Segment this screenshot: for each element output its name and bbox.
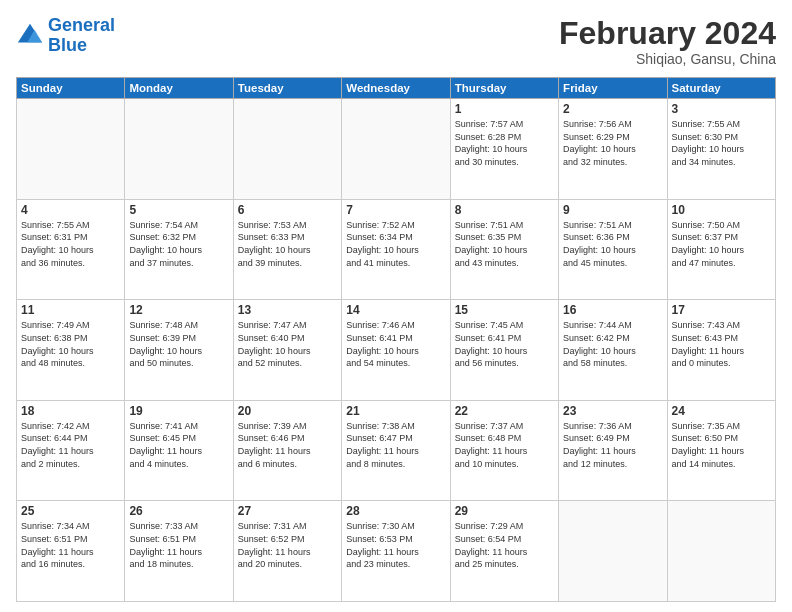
day-number: 25 — [21, 504, 120, 518]
calendar-cell — [233, 99, 341, 200]
day-info: Sunrise: 7:47 AM Sunset: 6:40 PM Dayligh… — [238, 319, 337, 369]
calendar-cell: 9Sunrise: 7:51 AM Sunset: 6:36 PM Daylig… — [559, 199, 667, 300]
day-info: Sunrise: 7:53 AM Sunset: 6:33 PM Dayligh… — [238, 219, 337, 269]
day-info: Sunrise: 7:50 AM Sunset: 6:37 PM Dayligh… — [672, 219, 771, 269]
calendar-cell — [667, 501, 775, 602]
day-info: Sunrise: 7:54 AM Sunset: 6:32 PM Dayligh… — [129, 219, 228, 269]
day-info: Sunrise: 7:49 AM Sunset: 6:38 PM Dayligh… — [21, 319, 120, 369]
day-number: 8 — [455, 203, 554, 217]
calendar-cell: 22Sunrise: 7:37 AM Sunset: 6:48 PM Dayli… — [450, 400, 558, 501]
day-number: 21 — [346, 404, 445, 418]
day-info: Sunrise: 7:55 AM Sunset: 6:30 PM Dayligh… — [672, 118, 771, 168]
calendar-cell: 2Sunrise: 7:56 AM Sunset: 6:29 PM Daylig… — [559, 99, 667, 200]
day-number: 9 — [563, 203, 662, 217]
day-number: 26 — [129, 504, 228, 518]
day-number: 4 — [21, 203, 120, 217]
day-info: Sunrise: 7:46 AM Sunset: 6:41 PM Dayligh… — [346, 319, 445, 369]
day-info: Sunrise: 7:29 AM Sunset: 6:54 PM Dayligh… — [455, 520, 554, 570]
day-number: 24 — [672, 404, 771, 418]
page: General Blue February 2024 Shiqiao, Gans… — [0, 0, 792, 612]
calendar-cell: 11Sunrise: 7:49 AM Sunset: 6:38 PM Dayli… — [17, 300, 125, 401]
day-info: Sunrise: 7:52 AM Sunset: 6:34 PM Dayligh… — [346, 219, 445, 269]
day-info: Sunrise: 7:55 AM Sunset: 6:31 PM Dayligh… — [21, 219, 120, 269]
day-info: Sunrise: 7:34 AM Sunset: 6:51 PM Dayligh… — [21, 520, 120, 570]
day-info: Sunrise: 7:39 AM Sunset: 6:46 PM Dayligh… — [238, 420, 337, 470]
calendar-cell: 16Sunrise: 7:44 AM Sunset: 6:42 PM Dayli… — [559, 300, 667, 401]
day-info: Sunrise: 7:33 AM Sunset: 6:51 PM Dayligh… — [129, 520, 228, 570]
weekday-header-friday: Friday — [559, 78, 667, 99]
day-number: 28 — [346, 504, 445, 518]
calendar-cell: 26Sunrise: 7:33 AM Sunset: 6:51 PM Dayli… — [125, 501, 233, 602]
day-info: Sunrise: 7:31 AM Sunset: 6:52 PM Dayligh… — [238, 520, 337, 570]
calendar-cell: 13Sunrise: 7:47 AM Sunset: 6:40 PM Dayli… — [233, 300, 341, 401]
calendar-cell: 21Sunrise: 7:38 AM Sunset: 6:47 PM Dayli… — [342, 400, 450, 501]
day-info: Sunrise: 7:45 AM Sunset: 6:41 PM Dayligh… — [455, 319, 554, 369]
calendar-cell: 28Sunrise: 7:30 AM Sunset: 6:53 PM Dayli… — [342, 501, 450, 602]
day-number: 17 — [672, 303, 771, 317]
logo-icon — [16, 22, 44, 50]
calendar-cell: 23Sunrise: 7:36 AM Sunset: 6:49 PM Dayli… — [559, 400, 667, 501]
day-info: Sunrise: 7:57 AM Sunset: 6:28 PM Dayligh… — [455, 118, 554, 168]
day-number: 6 — [238, 203, 337, 217]
calendar-cell: 8Sunrise: 7:51 AM Sunset: 6:35 PM Daylig… — [450, 199, 558, 300]
day-number: 19 — [129, 404, 228, 418]
day-info: Sunrise: 7:51 AM Sunset: 6:36 PM Dayligh… — [563, 219, 662, 269]
calendar-cell — [125, 99, 233, 200]
day-number: 15 — [455, 303, 554, 317]
day-info: Sunrise: 7:36 AM Sunset: 6:49 PM Dayligh… — [563, 420, 662, 470]
logo-line1: General — [48, 15, 115, 35]
weekday-header-sunday: Sunday — [17, 78, 125, 99]
calendar-cell: 3Sunrise: 7:55 AM Sunset: 6:30 PM Daylig… — [667, 99, 775, 200]
calendar-cell: 4Sunrise: 7:55 AM Sunset: 6:31 PM Daylig… — [17, 199, 125, 300]
day-info: Sunrise: 7:44 AM Sunset: 6:42 PM Dayligh… — [563, 319, 662, 369]
day-number: 7 — [346, 203, 445, 217]
day-number: 12 — [129, 303, 228, 317]
calendar-cell: 7Sunrise: 7:52 AM Sunset: 6:34 PM Daylig… — [342, 199, 450, 300]
header: General Blue February 2024 Shiqiao, Gans… — [16, 16, 776, 67]
day-number: 23 — [563, 404, 662, 418]
logo-line2: Blue — [48, 36, 115, 56]
weekday-header-saturday: Saturday — [667, 78, 775, 99]
calendar-table: SundayMondayTuesdayWednesdayThursdayFrid… — [16, 77, 776, 602]
week-row-5: 25Sunrise: 7:34 AM Sunset: 6:51 PM Dayli… — [17, 501, 776, 602]
month-title: February 2024 — [559, 16, 776, 51]
day-number: 5 — [129, 203, 228, 217]
calendar-cell: 20Sunrise: 7:39 AM Sunset: 6:46 PM Dayli… — [233, 400, 341, 501]
day-info: Sunrise: 7:41 AM Sunset: 6:45 PM Dayligh… — [129, 420, 228, 470]
calendar-cell: 25Sunrise: 7:34 AM Sunset: 6:51 PM Dayli… — [17, 501, 125, 602]
week-row-2: 4Sunrise: 7:55 AM Sunset: 6:31 PM Daylig… — [17, 199, 776, 300]
day-info: Sunrise: 7:56 AM Sunset: 6:29 PM Dayligh… — [563, 118, 662, 168]
day-number: 13 — [238, 303, 337, 317]
calendar-cell: 15Sunrise: 7:45 AM Sunset: 6:41 PM Dayli… — [450, 300, 558, 401]
calendar-cell: 27Sunrise: 7:31 AM Sunset: 6:52 PM Dayli… — [233, 501, 341, 602]
day-info: Sunrise: 7:48 AM Sunset: 6:39 PM Dayligh… — [129, 319, 228, 369]
weekday-header-monday: Monday — [125, 78, 233, 99]
day-info: Sunrise: 7:51 AM Sunset: 6:35 PM Dayligh… — [455, 219, 554, 269]
day-number: 29 — [455, 504, 554, 518]
weekday-header-row: SundayMondayTuesdayWednesdayThursdayFrid… — [17, 78, 776, 99]
week-row-4: 18Sunrise: 7:42 AM Sunset: 6:44 PM Dayli… — [17, 400, 776, 501]
day-number: 20 — [238, 404, 337, 418]
calendar-cell: 1Sunrise: 7:57 AM Sunset: 6:28 PM Daylig… — [450, 99, 558, 200]
calendar-cell — [342, 99, 450, 200]
calendar-cell: 19Sunrise: 7:41 AM Sunset: 6:45 PM Dayli… — [125, 400, 233, 501]
day-number: 3 — [672, 102, 771, 116]
day-number: 14 — [346, 303, 445, 317]
weekday-header-thursday: Thursday — [450, 78, 558, 99]
day-number: 11 — [21, 303, 120, 317]
day-number: 16 — [563, 303, 662, 317]
calendar-cell: 12Sunrise: 7:48 AM Sunset: 6:39 PM Dayli… — [125, 300, 233, 401]
calendar-cell: 24Sunrise: 7:35 AM Sunset: 6:50 PM Dayli… — [667, 400, 775, 501]
calendar-cell: 29Sunrise: 7:29 AM Sunset: 6:54 PM Dayli… — [450, 501, 558, 602]
day-info: Sunrise: 7:37 AM Sunset: 6:48 PM Dayligh… — [455, 420, 554, 470]
location-subtitle: Shiqiao, Gansu, China — [559, 51, 776, 67]
calendar-cell: 14Sunrise: 7:46 AM Sunset: 6:41 PM Dayli… — [342, 300, 450, 401]
week-row-1: 1Sunrise: 7:57 AM Sunset: 6:28 PM Daylig… — [17, 99, 776, 200]
title-block: February 2024 Shiqiao, Gansu, China — [559, 16, 776, 67]
calendar-cell — [17, 99, 125, 200]
day-number: 1 — [455, 102, 554, 116]
day-number: 27 — [238, 504, 337, 518]
day-number: 10 — [672, 203, 771, 217]
day-info: Sunrise: 7:35 AM Sunset: 6:50 PM Dayligh… — [672, 420, 771, 470]
calendar-cell: 5Sunrise: 7:54 AM Sunset: 6:32 PM Daylig… — [125, 199, 233, 300]
